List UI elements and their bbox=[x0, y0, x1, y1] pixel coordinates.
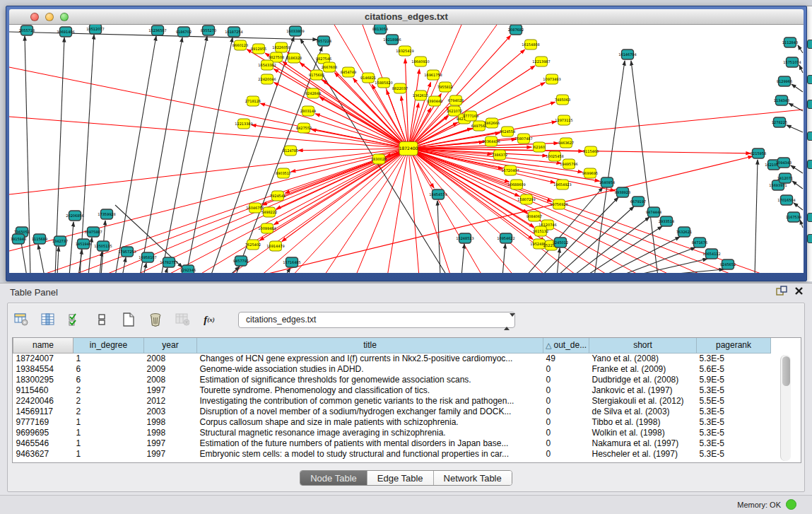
table-cell[interactable]: Yano et al. (2008) bbox=[589, 353, 697, 363]
table-cell[interactable]: 5.3E-5 bbox=[697, 353, 771, 363]
table-cell[interactable]: 9115460 bbox=[13, 385, 73, 395]
table-cell[interactable]: 6 bbox=[73, 374, 144, 385]
table-cell[interactable]: 9463627 bbox=[13, 448, 73, 459]
table-cell[interactable]: 0 bbox=[543, 385, 589, 395]
column-header-in_degree[interactable]: in_degree bbox=[73, 338, 144, 353]
table-row[interactable]: 977716911998Corpus callosum shape and si… bbox=[13, 416, 771, 427]
table-cell[interactable]: 0 bbox=[543, 416, 589, 427]
network-canvas[interactable]: 8660123891295518226058982750881863289827… bbox=[9, 25, 804, 273]
select-visible-columns-icon[interactable] bbox=[67, 312, 83, 327]
table-row[interactable]: 946362711997Embryonic stem cells: a mode… bbox=[13, 448, 771, 459]
table-selector-dropdown[interactable]: citations_edges.txt bbox=[238, 312, 515, 328]
table-cell[interactable]: Genome-wide association studies in ADHD. bbox=[197, 363, 543, 374]
table-cell[interactable]: 0 bbox=[543, 427, 589, 438]
delete-table-icon[interactable] bbox=[175, 312, 190, 327]
table-cell[interactable]: 19384554 bbox=[13, 363, 73, 374]
row-height-icon[interactable] bbox=[94, 312, 110, 327]
scrollbar-thumb[interactable] bbox=[782, 356, 790, 386]
table-cell[interactable]: 2 bbox=[73, 406, 144, 416]
column-header-pagerank[interactable]: pagerank bbox=[697, 338, 771, 353]
table-cell[interactable]: Franke et al. (2009) bbox=[589, 363, 697, 374]
table-cell[interactable]: Estimation of significance thresholds fo… bbox=[197, 374, 543, 385]
table-cell[interactable]: 2008 bbox=[144, 374, 197, 385]
table-cell[interactable]: 1998 bbox=[144, 416, 197, 427]
table-row[interactable]: 1456911722003Disruption of a novel membe… bbox=[13, 406, 771, 416]
column-header-year[interactable]: year bbox=[144, 338, 197, 353]
table-cell[interactable]: 1998 bbox=[144, 427, 197, 438]
table-cell[interactable]: 1 bbox=[73, 416, 144, 427]
table-cell[interactable]: 18724007 bbox=[13, 353, 73, 363]
table-cell[interactable]: 1997 bbox=[144, 385, 197, 395]
table-row[interactable]: 969969511998Structural magnetic resonanc… bbox=[13, 427, 771, 438]
table-cell[interactable]: Disruption of a novel member of a sodium… bbox=[197, 406, 543, 416]
table-cell[interactable]: 5.3E-5 bbox=[697, 448, 771, 459]
table-cell[interactable]: 5.5E-5 bbox=[697, 395, 771, 406]
table-cell[interactable]: 2009 bbox=[144, 363, 197, 374]
table-cell[interactable]: Embryonic stem cells: a model to study s… bbox=[197, 448, 543, 459]
column-header-short[interactable]: short bbox=[589, 338, 697, 353]
table-cell[interactable]: 2 bbox=[73, 385, 144, 395]
table-cell[interactable]: Tourette syndrome. Phenomenology and cla… bbox=[197, 385, 543, 395]
table-cell[interactable]: Investigating the contribution of common… bbox=[197, 395, 543, 406]
column-header-out_de[interactable]: △out_de... bbox=[543, 338, 589, 353]
graph-node[interactable] bbox=[807, 213, 812, 222]
tab-network-table[interactable]: Network Table bbox=[434, 471, 512, 485]
tab-node-table[interactable]: Node Table bbox=[300, 471, 367, 485]
table-cell[interactable]: 14569117 bbox=[13, 406, 73, 416]
table-cell[interactable]: 1 bbox=[73, 353, 144, 363]
float-panel-icon[interactable] bbox=[776, 286, 787, 296]
table-cell[interactable]: 5.3E-5 bbox=[697, 406, 771, 416]
table-cell[interactable]: Hescheler et al. (1997) bbox=[589, 448, 697, 459]
table-cell[interactable]: 5.9E-5 bbox=[697, 374, 771, 385]
graph-node[interactable] bbox=[807, 160, 812, 169]
graph-node[interactable] bbox=[807, 234, 812, 243]
table-cell[interactable]: 6 bbox=[73, 363, 144, 374]
function-builder-icon[interactable]: f(x) bbox=[201, 312, 217, 327]
table-cell[interactable]: 5.3E-5 bbox=[697, 438, 771, 448]
table-cell[interactable]: 0 bbox=[543, 448, 589, 459]
table-cell[interactable]: 9465546 bbox=[13, 438, 73, 448]
tab-edge-table[interactable]: Edge Table bbox=[367, 471, 434, 485]
delete-column-icon[interactable] bbox=[148, 312, 163, 327]
table-cell[interactable]: 1997 bbox=[144, 438, 197, 448]
table-row[interactable]: 911546021997Tourette syndrome. Phenomeno… bbox=[13, 385, 771, 395]
table-row[interactable]: 1872400712008Changes of HCN gene express… bbox=[13, 353, 771, 363]
show-columns-icon[interactable] bbox=[40, 312, 56, 327]
network-window[interactable]: citations_edges.txt 86601238912955182260… bbox=[6, 6, 807, 281]
table-cell[interactable]: 0 bbox=[543, 438, 589, 448]
table-cell[interactable]: 0 bbox=[543, 374, 589, 385]
table-settings-icon[interactable] bbox=[13, 312, 29, 327]
graph-node[interactable] bbox=[807, 100, 812, 109]
table-row[interactable]: 1830029562008Estimation of significance … bbox=[13, 374, 771, 385]
table-cell[interactable]: 0 bbox=[543, 395, 589, 406]
table-cell[interactable]: 5.3E-5 bbox=[697, 385, 771, 395]
graph-node[interactable] bbox=[807, 132, 812, 141]
table-cell[interactable]: 2012 bbox=[144, 395, 197, 406]
table-cell[interactable]: de Silva et al. (2003) bbox=[589, 406, 697, 416]
table-cell[interactable]: 49 bbox=[543, 353, 589, 363]
table-cell[interactable]: 9777169 bbox=[13, 416, 73, 427]
table-cell[interactable]: 22420046 bbox=[13, 395, 73, 406]
table-row[interactable]: 946554611997Estimation of the future num… bbox=[13, 438, 771, 448]
create-new-column-icon[interactable] bbox=[121, 312, 136, 327]
table-cell[interactable]: 0 bbox=[543, 363, 589, 374]
table-vertical-scrollbar[interactable] bbox=[780, 355, 791, 461]
table-cell[interactable]: 0 bbox=[543, 406, 589, 416]
table-cell[interactable]: 2003 bbox=[144, 406, 197, 416]
column-header-name[interactable]: name bbox=[13, 338, 73, 353]
table-cell[interactable]: Structural magnetic resonance image aver… bbox=[197, 427, 543, 438]
table-cell[interactable]: Corpus callosum shape and size in male p… bbox=[197, 416, 543, 427]
graph-node[interactable] bbox=[807, 40, 812, 49]
table-row[interactable]: 1938455462009Genome-wide association stu… bbox=[13, 363, 771, 374]
column-header-title[interactable]: title bbox=[197, 338, 543, 353]
table-cell[interactable]: Jankovic et al. (1997) bbox=[589, 385, 697, 395]
table-cell[interactable]: Wolkin et al. (1998) bbox=[589, 427, 697, 438]
table-cell[interactable]: Changes of HCN gene expression and I(f) … bbox=[197, 353, 543, 363]
table-cell[interactable]: 2008 bbox=[144, 353, 197, 363]
table-cell[interactable]: 5.6E-5 bbox=[697, 363, 771, 374]
table-row[interactable]: 2242004622012Investigating the contribut… bbox=[13, 395, 771, 406]
table-cell[interactable]: 1997 bbox=[144, 448, 197, 459]
table-cell[interactable]: 1 bbox=[73, 448, 144, 459]
table-cell[interactable]: Estimation of the future numbers of pati… bbox=[197, 438, 543, 448]
table-cell[interactable]: Dudbridge et al. (2008) bbox=[589, 374, 697, 385]
